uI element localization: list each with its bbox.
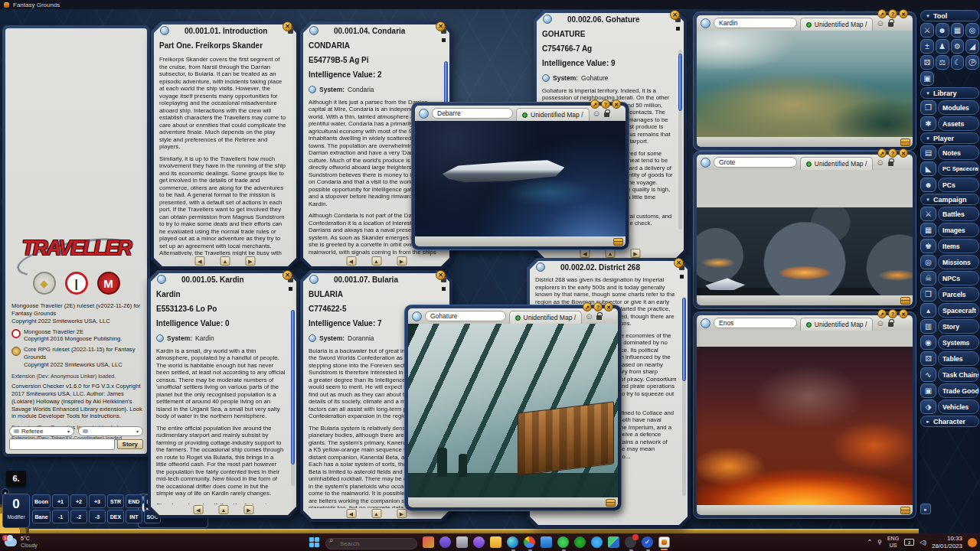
lock-icon[interactable] bbox=[888, 322, 893, 327]
nav-up-button[interactable]: ▲ bbox=[371, 509, 381, 518]
minus1-button[interactable]: -1 bbox=[52, 510, 69, 523]
discord-icon[interactable] bbox=[625, 536, 636, 548]
token-face-icon[interactable]: ☺ bbox=[585, 312, 593, 321]
mail-app-icon[interactable] bbox=[423, 536, 434, 548]
system-link-icon[interactable] bbox=[156, 334, 164, 342]
close-icon[interactable]: ✕ bbox=[604, 302, 613, 311]
sidebar-item-story[interactable]: ▥Story bbox=[920, 319, 979, 334]
close-icon[interactable]: ✕ bbox=[436, 270, 446, 280]
nav-forward-button[interactable]: ▶ bbox=[397, 256, 407, 266]
sidebar-item-missions[interactable]: ◎Missions bbox=[920, 255, 979, 269]
sidebar-item-vehicles[interactable]: ⬗Vehicles bbox=[920, 399, 979, 414]
photos-icon[interactable] bbox=[608, 536, 619, 548]
sidebar-item-npcs[interactable]: ☠NPCs bbox=[920, 271, 979, 285]
sidebar-item-trade-goods[interactable]: ▣Trade Goods bbox=[920, 383, 979, 398]
link-icon[interactable] bbox=[701, 158, 710, 168]
link-icon[interactable] bbox=[701, 318, 710, 328]
map-name-field[interactable]: Enos bbox=[714, 318, 797, 328]
weather-widget[interactable]: 1 5°CCloudy bbox=[5, 536, 38, 549]
xbox-icon[interactable] bbox=[574, 536, 586, 548]
map-image-enos[interactable] bbox=[697, 331, 913, 505]
toolbox-icon[interactable] bbox=[900, 139, 910, 146]
close-icon[interactable]: ✕ bbox=[674, 258, 684, 268]
sidebar-header-character[interactable]: ►Character bbox=[920, 416, 979, 427]
plus3-button[interactable]: +3 bbox=[89, 494, 106, 508]
scrollbar[interactable] bbox=[291, 310, 295, 486]
sidebar-item-modules[interactable]: ❐Modules bbox=[920, 100, 979, 115]
close-icon[interactable]: ✕ bbox=[612, 99, 621, 109]
sidebar-item-task-chains[interactable]: ∿Task Chains bbox=[920, 367, 979, 382]
scrollbar[interactable] bbox=[682, 298, 686, 496]
nav-forward-button[interactable]: ▶ bbox=[246, 256, 256, 266]
sidebar-item-tables[interactable]: ⚄Tables bbox=[920, 351, 979, 366]
start-button[interactable] bbox=[309, 537, 320, 548]
plus1-button[interactable]: +1 bbox=[52, 494, 69, 508]
toolbox-icon[interactable] bbox=[900, 297, 910, 305]
file-explorer-icon[interactable] bbox=[490, 536, 501, 548]
share-icon[interactable]: ↗ bbox=[590, 99, 599, 109]
todo-icon[interactable]: ✓ bbox=[642, 536, 653, 548]
bane-button[interactable]: Bane bbox=[32, 510, 51, 523]
fantasy-grounds-taskbar-icon[interactable] bbox=[658, 536, 670, 548]
chat-window[interactable]: TRAVELLER ◆ | M Mongoose Traveller (2E) … bbox=[2, 25, 150, 457]
sidebar-item-items[interactable]: ♚Items bbox=[920, 239, 979, 253]
sidebar-header-tool[interactable]: ▼Tool bbox=[920, 10, 979, 21]
toolbox-icon[interactable] bbox=[606, 499, 616, 507]
taskbar-search-input[interactable] bbox=[325, 538, 417, 549]
nav-back-button[interactable]: ◀ bbox=[346, 256, 356, 266]
map-name-field[interactable]: Gohature bbox=[425, 311, 506, 321]
map-window-grote[interactable]: ↗ ? ✕ Grote Unidentified Map / ☺ bbox=[693, 151, 916, 309]
map-tab[interactable]: Unidentified Map / bbox=[516, 108, 590, 121]
nav-up-button[interactable]: ▲ bbox=[220, 256, 230, 266]
sidebar-header-library[interactable]: ▼Library bbox=[920, 87, 979, 99]
cast-icon[interactable]: 2 bbox=[904, 539, 914, 546]
nav-forward-button[interactable]: ▶ bbox=[244, 505, 254, 514]
link-icon[interactable] bbox=[412, 311, 422, 321]
help-icon[interactable]: ? bbox=[601, 99, 610, 109]
dice-icon[interactable]: ⚄ bbox=[920, 55, 934, 70]
helm-icon[interactable]: ◎ bbox=[965, 23, 979, 37]
share-icon[interactable]: ↗ bbox=[583, 302, 592, 311]
edge-icon[interactable] bbox=[507, 536, 518, 548]
microphone-icon[interactable]: ⚲ bbox=[877, 539, 882, 546]
whatsapp-icon[interactable] bbox=[557, 536, 569, 548]
system-link-icon[interactable] bbox=[309, 86, 316, 93]
sidebar-header-player[interactable]: ▼Player bbox=[920, 132, 979, 144]
moon-gear-icon[interactable]: ☾ bbox=[951, 55, 965, 70]
lock-icon[interactable] bbox=[596, 315, 602, 320]
close-icon[interactable]: ✕ bbox=[283, 270, 292, 280]
link-icon[interactable] bbox=[419, 109, 429, 119]
help-icon[interactable]: ? bbox=[888, 9, 897, 18]
calendar-icon[interactable]: ▦ bbox=[951, 23, 965, 37]
scrollbar-thumb[interactable] bbox=[682, 298, 686, 381]
modifier-stack[interactable]: 0 Modifier bbox=[2, 494, 30, 528]
link-icon[interactable] bbox=[543, 15, 552, 24]
language-indicator[interactable]: ENGUS bbox=[887, 536, 899, 549]
plus2-button[interactable]: +2 bbox=[70, 494, 87, 508]
map-name-field[interactable]: Grote bbox=[714, 157, 797, 168]
toolbox-icon[interactable] bbox=[613, 238, 623, 246]
map-window-kardin[interactable]: ↗ ? ✕ Kardin Unidentified Map / ☺ bbox=[693, 11, 916, 151]
map-image-debarre[interactable] bbox=[415, 121, 626, 236]
sidebar-item-parcels[interactable]: ❒Parcels bbox=[920, 287, 979, 302]
map-image-grote[interactable] bbox=[697, 170, 913, 295]
map-image-kardin[interactable] bbox=[697, 31, 913, 137]
crossed-swords-icon[interactable]: ⚔ bbox=[920, 23, 934, 37]
token-face-icon[interactable]: ☺ bbox=[876, 19, 884, 28]
nav-back-button[interactable]: ◀ bbox=[195, 256, 205, 266]
token-bag-icon[interactable]: ▣ bbox=[920, 71, 934, 86]
link-icon[interactable] bbox=[157, 275, 166, 284]
story-mode-button[interactable]: Story bbox=[117, 439, 143, 449]
tray-chevron-icon[interactable]: ⌃ bbox=[867, 539, 872, 546]
speaker-icon[interactable]: ◁) bbox=[920, 539, 926, 546]
lock-icon[interactable] bbox=[888, 22, 893, 27]
close-icon[interactable]: ✕ bbox=[899, 148, 908, 158]
nav-up-button[interactable]: ▲ bbox=[371, 256, 381, 266]
chrome-icon[interactable] bbox=[524, 536, 535, 548]
sidebar-collapse-button[interactable]: ▸ bbox=[920, 504, 931, 514]
lock-icon[interactable] bbox=[888, 161, 893, 166]
map-tab[interactable]: Unidentified Map / bbox=[509, 311, 583, 324]
str-button[interactable]: STR bbox=[107, 494, 124, 508]
minus2-button[interactable]: -2 bbox=[70, 510, 87, 523]
scrollbar-thumb[interactable] bbox=[678, 54, 682, 111]
